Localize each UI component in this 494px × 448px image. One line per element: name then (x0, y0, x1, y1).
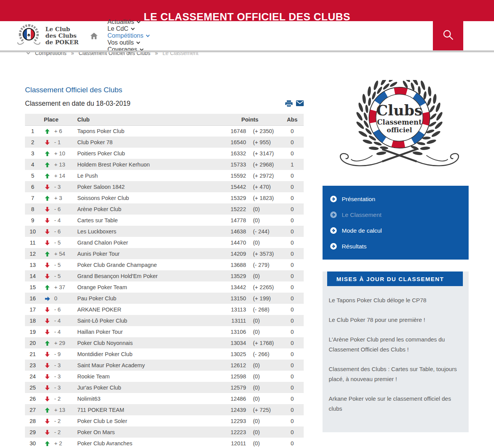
points-delta-cell: (0) (246, 371, 281, 382)
rank-delta-cell: - 4 (54, 315, 77, 326)
rank-delta-cell: + 14 (54, 170, 77, 181)
club-name-cell[interactable]: Holdem Brest Poker Kerhuon (77, 159, 208, 170)
rank-delta-cell: - 9 (54, 348, 77, 360)
points-delta-cell: (- 268) (246, 304, 281, 315)
abs-cell: 0 (281, 248, 304, 259)
club-name-cell[interactable]: Club Poker 78 (77, 137, 208, 148)
club-name-cell[interactable]: Nolimit63 (77, 393, 208, 404)
rank-cell: 2 (25, 137, 40, 148)
menu-item[interactable]: Vos outils (108, 39, 149, 46)
club-name-cell[interactable]: Rookie Team (77, 371, 208, 382)
club-name-cell[interactable]: Orange Poker Team (77, 281, 208, 293)
rank-delta-cell: - 2 (54, 415, 77, 426)
club-name-cell[interactable]: Poker Club Le Soler (77, 415, 208, 426)
club-name-cell[interactable]: Soissons Poker Club (77, 192, 208, 203)
club-name-cell[interactable]: Poitiers Poker Club (77, 148, 208, 159)
site-logo[interactable]: ♠ Le Club des Clubs de POKER (16, 23, 79, 48)
club-name-cell[interactable]: Saint Maur Poker Academy (77, 360, 208, 371)
rank-delta-cell: - 2 (54, 393, 77, 404)
points-cell: 12612 (208, 360, 246, 371)
table-row: 26 - 2 Nolimit63 12486 (0) 0 (25, 393, 304, 404)
club-name-cell[interactable]: Pau Poker Club (77, 293, 208, 304)
abs-cell: 0 (281, 281, 304, 293)
points-delta-cell: (+ 470) (246, 181, 281, 192)
search-button[interactable] (433, 21, 463, 50)
club-name-cell[interactable]: Saint-Lô Poker Club (77, 315, 208, 326)
points-cell: 13150 (208, 293, 246, 304)
rank-delta-cell: + 6 (54, 125, 77, 137)
rank-cell: 14 (25, 270, 40, 281)
club-name-cell[interactable]: Les Luckboxers (77, 226, 208, 237)
rank-delta-cell: - 5 (54, 259, 77, 270)
table-row: 27 + 13 711 POKER TEAM 12439 (+ 725) 0 (25, 404, 304, 415)
section-menu-item[interactable]: Résultats (323, 238, 469, 254)
menu-item[interactable]: Le CdC (108, 25, 149, 32)
news-link[interactable]: L'Arène Poker Club prend les commandes d… (329, 335, 460, 355)
news-link[interactable]: Arkane Poker vole sur le classement offi… (329, 394, 460, 414)
club-name-cell[interactable]: Grand Besançon Hold'Em Poker (77, 270, 208, 281)
rank-delta-cell: + 13 (54, 159, 77, 170)
menu-item[interactable]: Compétitions (108, 32, 149, 39)
rank-delta-cell: + 10 (54, 148, 77, 159)
points-cell: 16748 (208, 125, 246, 137)
points-delta-cell: (+ 3147) (246, 148, 281, 159)
search-icon (442, 29, 454, 42)
print-icon[interactable] (285, 100, 293, 107)
club-name-cell[interactable]: Poker On Mars (77, 426, 208, 438)
club-name-cell[interactable]: Tapons Poker Club (77, 125, 208, 137)
points-delta-cell: (0) (246, 438, 281, 448)
section-menu-item[interactable]: Présentation (323, 191, 469, 207)
rank-cell: 23 (25, 360, 40, 371)
up-arrow-icon (45, 408, 50, 413)
points-delta-cell: (+ 2968) (246, 159, 281, 170)
classement-officiel-badge: Clubs Classement officiel (323, 80, 469, 172)
news-link[interactable]: Le Club Poker 78 pour une première ! (329, 315, 460, 325)
table-row: 10 - 6 Les Luckboxers 14638 (- 244) 0 (25, 226, 304, 237)
club-name-cell[interactable]: Montdidier Poker Club (77, 348, 208, 360)
rank-cell: 15 (25, 281, 40, 293)
breadcrumb-item[interactable]: Compétitions (35, 52, 67, 56)
rank-delta-cell: - 6 (54, 203, 77, 215)
col-header-abs: Abs (281, 114, 304, 125)
club-name-cell[interactable]: Arène Poker Club (77, 203, 208, 215)
menu-items-mount: Actualités Le CdC Compétitions Vos outil… (108, 18, 162, 53)
abs-cell: 0 (281, 326, 304, 337)
club-name-cell[interactable]: 711 POKER TEAM (77, 404, 208, 415)
club-name-cell[interactable]: Jur'as Poker Club (77, 382, 208, 393)
news-link[interactable]: Le Tapons Poker Club déloge le CP78 (329, 295, 460, 305)
mail-icon[interactable] (296, 100, 304, 107)
circle-arrow-icon (330, 243, 337, 250)
points-cell: 15329 (208, 192, 246, 203)
abs-cell: 0 (281, 293, 304, 304)
club-name-cell[interactable]: Poker Saloon 1842 (77, 181, 208, 192)
rank-delta-cell: - 4 (54, 215, 77, 226)
club-name-cell[interactable]: Poker Club Noyonnais (77, 337, 208, 348)
club-name-cell[interactable]: Haillan Poker Tour (77, 326, 208, 337)
points-cell: 12598 (208, 371, 246, 382)
points-delta-cell: (+ 2350) (246, 125, 281, 137)
club-name-cell[interactable]: Cartes sur Table (77, 215, 208, 226)
rank-cell: 8 (25, 203, 40, 215)
abs-cell: 0 (281, 215, 304, 226)
news-link[interactable]: Classement des Clubs : Cartes sur Table,… (329, 364, 460, 384)
table-row: 21 - 9 Montdidier Poker Club 13025 (- 26… (25, 348, 304, 360)
up-arrow-icon (45, 196, 50, 201)
points-cell: 15592 (208, 170, 246, 181)
points-cell: 16332 (208, 148, 246, 159)
section-menu-item[interactable]: Mode de calcul (323, 223, 469, 238)
club-name-cell[interactable]: Poker Club Grande Champagne (77, 259, 208, 270)
table-row: 11 - 5 Grand Chalon Poker 14470 (0) 0 (25, 237, 304, 248)
rank-cell: 30 (25, 438, 40, 448)
points-cell: 13025 (208, 348, 246, 360)
club-name-cell[interactable]: Le Push (77, 170, 208, 181)
club-name-cell[interactable]: Grand Chalon Poker (77, 237, 208, 248)
breadcrumb-item[interactable]: Classement Officiel des Clubs (79, 52, 150, 56)
menu-item[interactable]: Actualités (108, 18, 149, 25)
home-icon[interactable] (90, 33, 98, 39)
club-name-cell[interactable]: Aunis Poker Tour (77, 248, 208, 259)
points-cell: 13688 (208, 259, 246, 270)
section-menu-item[interactable]: Le Classement (323, 207, 469, 223)
club-name-cell[interactable]: ARKANE POKER (77, 304, 208, 315)
points-delta-cell: (+ 2265) (246, 281, 281, 293)
club-name-cell[interactable]: Poker Club Avranches (77, 438, 208, 448)
